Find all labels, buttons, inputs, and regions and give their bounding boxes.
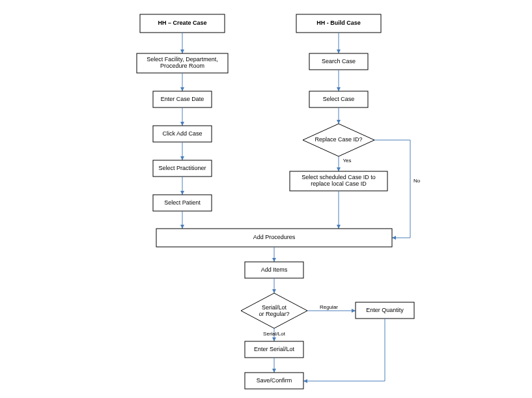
yes-label: Yes bbox=[343, 158, 351, 163]
enter-serial-lot-label: Enter Serial/Lot bbox=[254, 346, 295, 352]
select-practitioner-label: Select Practitioner bbox=[158, 165, 206, 171]
seriallot-label: Serial/Lot bbox=[263, 331, 286, 337]
click-add-case-label: Click Add Case bbox=[162, 130, 202, 137]
serial-regular-line2: or Regular? bbox=[259, 311, 289, 317]
enter-quantity-label: Enter Quantity bbox=[366, 307, 404, 313]
add-items-label: Add Items bbox=[261, 266, 288, 273]
select-case-label: Select Case bbox=[323, 96, 355, 102]
regular-label: Regular bbox=[320, 304, 338, 310]
select-scheduled-line1: Select scheduled Case ID to bbox=[301, 174, 376, 180]
enter-case-date-label: Enter Case Date bbox=[161, 96, 204, 102]
select-scheduled-line2: replace local Case ID bbox=[311, 180, 367, 187]
no-label: No bbox=[413, 178, 421, 184]
select-facility-line1: Select Facility, Department, bbox=[147, 56, 217, 63]
build-case-header-label: HH - Build Case bbox=[316, 20, 361, 26]
replace-case-id-label: Replace Case ID? bbox=[315, 136, 362, 143]
select-facility-line2: Procedure Room bbox=[160, 63, 204, 69]
create-case-header-label: HH – Create Case bbox=[158, 20, 206, 26]
save-confirm-label: Save/Confirm bbox=[257, 377, 292, 384]
serial-regular-line1: Serial/Lot bbox=[262, 304, 287, 311]
search-case-label: Search Case bbox=[322, 58, 356, 64]
add-procedures-label: Add Procedures bbox=[253, 234, 296, 240]
select-patient-label: Select Patient bbox=[164, 199, 201, 206]
